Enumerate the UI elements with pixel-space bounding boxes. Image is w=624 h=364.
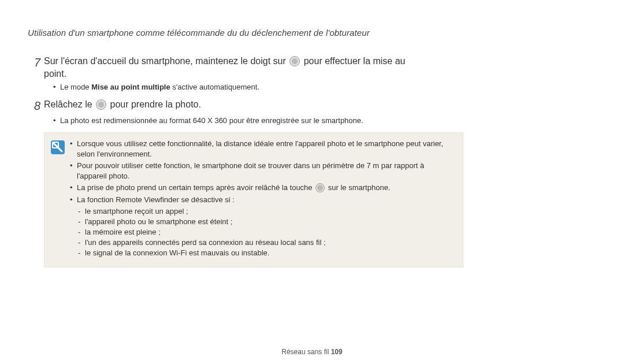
shutter-icon [315, 183, 325, 192]
step-8: 8 Relâchez le pour prendre la photo. [28, 98, 596, 113]
text-fragment: La fonction Remote Viewfinder se désacti… [77, 195, 235, 204]
list-item: Pour pouvoir utiliser cette fonction, le… [70, 161, 455, 181]
shutter-icon [289, 56, 300, 66]
text-fragment: s'active automatiquement. [170, 83, 259, 91]
list-item: le smartphone reçoit un appel ; [77, 206, 455, 217]
text-fragment: Le mode [60, 83, 91, 91]
step-8-sublist: La photo est redimensionnée au format 64… [28, 116, 434, 126]
step-text: Relâchez le pour prendre la photo. [44, 98, 201, 111]
page-footer: Réseau sans fil 109 [0, 348, 624, 356]
text-fragment: Sur l'écran d'accueil du smartphone, mai… [44, 56, 288, 66]
note-content: Lorsque vous utilisez cette fonctionnali… [70, 139, 455, 260]
list-item: l'un des appareils connectés perd sa con… [77, 237, 455, 248]
step-number: 8 [28, 98, 40, 113]
list-item: La fonction Remote Viewfinder se désacti… [70, 195, 455, 259]
manual-page: Utilisation d'un smartphone comme téléco… [0, 0, 624, 364]
step-7-sublist: Le mode Mise au point multiple s'active … [28, 82, 434, 92]
list-item: Le mode Mise au point multiple s'active … [53, 82, 434, 92]
note-box: Lorsque vous utilisez cette fonctionnali… [44, 132, 463, 268]
step-text: Sur l'écran d'accueil du smartphone, mai… [44, 55, 425, 80]
list-item: La prise de photo prend un certain temps… [70, 183, 455, 193]
page-number: 109 [331, 348, 343, 356]
text-fragment: La prise de photo prend un certain temps… [77, 183, 314, 192]
text-fragment: pour prendre la photo. [110, 99, 201, 109]
list-item: le signal de la connexion Wi-Fi est mauv… [77, 248, 455, 258]
text-bold: Mise au point multiple [91, 83, 170, 91]
step-number: 7 [28, 55, 40, 70]
list-item: La photo est redimensionnée au format 64… [53, 116, 434, 126]
list-item: la mémoire est pleine ; [77, 227, 455, 237]
text-fragment: sur le smartphone. [326, 183, 390, 192]
page-header: Utilisation d'un smartphone comme téléco… [28, 28, 596, 38]
text-fragment: Relâchez le [44, 99, 95, 109]
shutter-icon [96, 99, 106, 110]
list-item: l'appareil photo ou le smartphone est ét… [77, 217, 455, 227]
step-7: 7 Sur l'écran d'accueil du smartphone, m… [28, 55, 596, 80]
note-icon [50, 140, 65, 155]
footer-section: Réseau sans fil [281, 348, 330, 356]
list-item: Lorsque vous utilisez cette fonctionnali… [70, 139, 455, 159]
